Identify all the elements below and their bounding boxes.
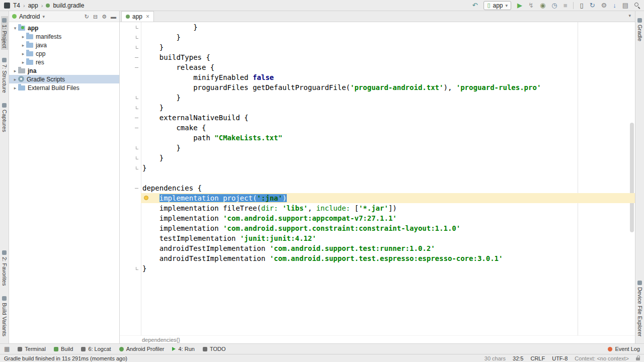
toolwindow-tab-1-project[interactable]: 1: Project	[1, 16, 8, 50]
toolwindow-tab-device-file-explorer[interactable]: Device File Explorer	[636, 279, 643, 338]
code-text[interactable]: testImplementation 'junit:junit:4.12'	[141, 233, 635, 243]
code-line[interactable]: }	[120, 153, 635, 163]
code-text[interactable]	[141, 173, 635, 183]
tree-item-app[interactable]: ▾app	[9, 24, 119, 32]
code-line[interactable]: }	[120, 263, 635, 274]
code-text[interactable]: androidTestImplementation 'com.android.s…	[141, 243, 635, 253]
sync-icon[interactable]: ↻	[85, 13, 89, 20]
code-text[interactable]: }	[141, 93, 635, 103]
chevron-right-icon[interactable]: ▸	[20, 51, 26, 56]
fold-icon[interactable]	[136, 46, 138, 49]
code-line[interactable]: }	[120, 42, 635, 52]
file-encoding[interactable]: UTF-8	[552, 355, 568, 361]
collapse-all-icon[interactable]: ⊟	[93, 13, 98, 20]
toolwindow-button-android-profiler[interactable]: Android Profiler	[119, 346, 165, 352]
toolwindow-button-4-run[interactable]: 4: Run	[172, 346, 194, 352]
tree-item-java[interactable]: ▸java	[9, 41, 119, 49]
code-text[interactable]: }	[141, 143, 635, 153]
code-line[interactable]: proguardFiles getDefaultProguardFile('pr…	[120, 82, 635, 93]
chevron-down-icon[interactable]: ▾	[12, 26, 18, 31]
code-text[interactable]: dependencies {	[141, 183, 635, 193]
toolwindow-button-build[interactable]: Build	[54, 346, 73, 352]
code-text[interactable]: androidTestImplementation 'com.android.s…	[141, 253, 635, 263]
breadcrumb-module[interactable]: app	[28, 2, 38, 9]
toolwindow-switcher-icon[interactable]: ▦	[4, 345, 10, 352]
toolwindow-tab-build-variants[interactable]: Build Variants	[1, 294, 8, 338]
tree-item-cpp[interactable]: ▸cpp	[9, 49, 119, 58]
chevron-right-icon[interactable]: ▸	[12, 77, 18, 82]
close-icon[interactable]: ×	[146, 13, 149, 20]
code-line[interactable]: }	[120, 163, 635, 173]
fold-icon[interactable]	[135, 118, 138, 118]
tree-item-external-build-files[interactable]: ▸External Build Files	[9, 83, 119, 92]
chevron-right-icon[interactable]: ▸	[12, 85, 18, 90]
toolwindow-tab-2-favorites[interactable]: 2: Favorites	[1, 248, 8, 288]
code-line[interactable]: androidTestImplementation 'com.android.s…	[120, 253, 635, 263]
avd-manager-icon[interactable]: ▯	[580, 2, 583, 9]
fold-icon[interactable]	[136, 36, 138, 39]
code-line[interactable]: externalNativeBuild {	[120, 113, 635, 123]
toolwindow-tab-7-structure[interactable]: 7: Structure	[1, 56, 8, 95]
breadcrumb-project[interactable]: T4	[13, 2, 20, 9]
search-everywhere-icon[interactable]	[634, 3, 640, 8]
code-line[interactable]: minifyEnabled false	[120, 72, 635, 82]
fold-icon[interactable]	[135, 128, 138, 128]
toolwindow-button-terminal[interactable]: Terminal	[18, 346, 46, 352]
apply-changes-icon[interactable]: ↯	[528, 2, 534, 9]
code-line[interactable]: }	[120, 32, 635, 42]
code-line[interactable]: cmake {	[120, 123, 635, 133]
breadcrumb-file[interactable]: build.gradle	[53, 2, 84, 9]
project-structure-icon[interactable]: ⚙	[601, 2, 607, 9]
chevron-right-icon[interactable]: ▸	[20, 43, 26, 48]
settings-icon[interactable]: ⚙	[102, 13, 107, 20]
toolwindow-button-todo[interactable]: TODO	[203, 346, 226, 352]
code-line[interactable]: buildTypes {	[120, 52, 635, 62]
code-line[interactable]: implementation 'com.android.support:appc…	[120, 213, 635, 223]
code-line[interactable]: implementation fileTree(dir: 'libs', inc…	[120, 203, 635, 213]
code-text[interactable]: implementation fileTree(dir: 'libs', inc…	[141, 203, 635, 213]
code-text[interactable]: externalNativeBuild {	[141, 113, 635, 123]
code-line[interactable]: dependencies {	[120, 183, 635, 193]
line-separator[interactable]: CRLF	[530, 355, 545, 361]
code-text[interactable]: release {	[141, 62, 635, 72]
code-line[interactable]: androidTestImplementation 'com.android.s…	[120, 243, 635, 253]
hide-chevron-icon[interactable]: ▾	[628, 13, 631, 18]
tree-item-res[interactable]: ▸res	[9, 58, 119, 66]
fold-icon[interactable]	[136, 106, 138, 109]
toolwindow-button-6-logcat[interactable]: 6: Logcat	[81, 346, 111, 352]
sdk-manager-icon[interactable]: ↓	[613, 2, 616, 9]
code-text[interactable]: }	[141, 163, 635, 173]
fold-icon[interactable]	[136, 166, 138, 169]
fold-icon[interactable]	[136, 96, 138, 99]
lock-icon[interactable]	[636, 357, 640, 360]
profiler-icon[interactable]: ◷	[551, 2, 557, 9]
fold-icon[interactable]	[136, 146, 138, 149]
revert-icon[interactable]: ↶	[472, 2, 478, 9]
code-text[interactable]: }	[141, 103, 635, 113]
code-text[interactable]: minifyEnabled false	[141, 72, 635, 82]
fold-icon[interactable]	[136, 267, 138, 270]
chevron-right-icon[interactable]: ▸	[12, 68, 18, 73]
code-text[interactable]: }	[141, 153, 635, 163]
sync-project-icon[interactable]: ↻	[590, 2, 595, 9]
caret-position[interactable]: 32:5	[513, 355, 523, 361]
fold-icon[interactable]	[136, 156, 138, 159]
run-config-selector[interactable]: ▯ app ▾	[484, 1, 511, 10]
chevron-right-icon[interactable]: ▸	[20, 34, 26, 39]
fold-icon[interactable]	[135, 57, 138, 58]
tree-item-manifests[interactable]: ▸manifests	[9, 32, 119, 41]
tree-item-gradle-scripts[interactable]: ▸Gradle Scripts	[9, 75, 119, 83]
fold-icon[interactable]	[136, 26, 138, 29]
code-text[interactable]: }	[141, 32, 635, 42]
intention-bulb-icon[interactable]	[144, 196, 148, 200]
code-line[interactable]: path "CMakeLists.txt"	[120, 133, 635, 143]
fold-icon[interactable]	[135, 188, 138, 189]
debug-icon[interactable]: ◉	[540, 2, 545, 9]
code-text[interactable]: }	[141, 42, 635, 52]
tab-app[interactable]: app ×	[121, 11, 154, 22]
toolwindow-tab-gradle[interactable]: Gradle	[636, 16, 643, 43]
code-breadcrumb[interactable]: dependencies{}	[142, 337, 180, 343]
code-line[interactable]	[120, 173, 635, 183]
project-view-selector[interactable]: Android ▾	[12, 13, 45, 20]
code-text[interactable]: proguardFiles getDefaultProguardFile('pr…	[141, 82, 635, 93]
